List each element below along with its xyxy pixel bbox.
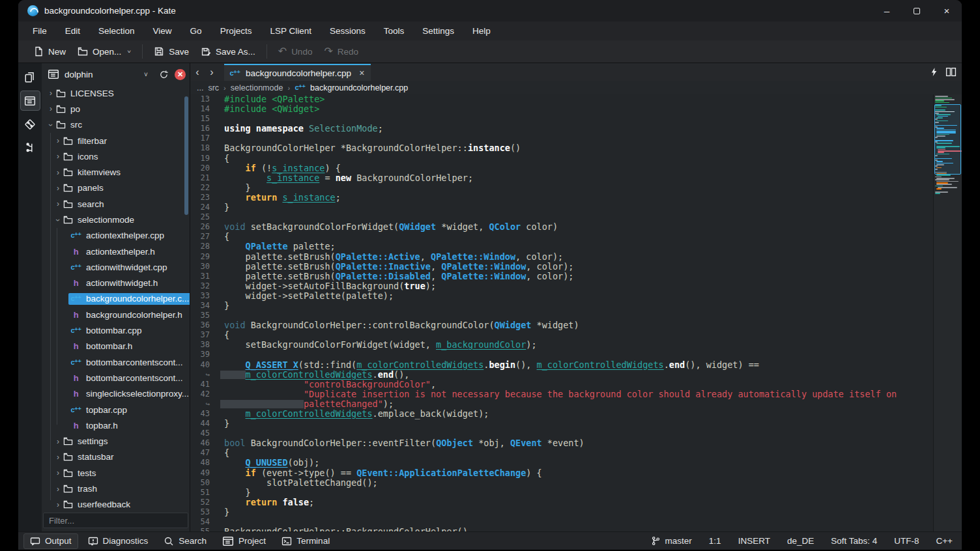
close-project-icon[interactable]: ✕ [175, 69, 186, 80]
menu-lsp-client[interactable]: LSP Client [261, 23, 321, 38]
tree-folder-userfeedback[interactable]: ›userfeedback [42, 497, 190, 513]
tree-file-bottombar-h[interactable]: hbottombar.h [42, 339, 190, 354]
split-view-icon[interactable] [945, 66, 957, 78]
chevron-collapsed-icon[interactable]: › [54, 485, 62, 494]
statusbar-field-insert[interactable]: INSERT [738, 536, 770, 546]
chevron-expanded-icon[interactable]: › [46, 121, 55, 129]
toolview-project-list-button[interactable] [20, 91, 40, 111]
tree-item-label: topbar.cpp [86, 405, 127, 415]
tree-file-topbar-cpp[interactable]: c⁺⁺topbar.cpp [42, 402, 190, 417]
statusbar-field-c++[interactable]: C++ [936, 536, 953, 546]
statusbar-field-1-1[interactable]: 1:1 [709, 536, 721, 546]
statusbar-field-de-de[interactable]: de_DE [787, 536, 814, 546]
tree-file-bottombarcontentscont-[interactable]: hbottombarcontentscont... [42, 370, 190, 386]
chevron-collapsed-icon[interactable]: › [47, 89, 55, 98]
tree-guide-line [57, 228, 57, 425]
tree-item-label: settings [78, 436, 108, 446]
menu-selection[interactable]: Selection [89, 23, 144, 38]
tree-folder-filterbar[interactable]: ›filterbar [42, 133, 190, 148]
minimize-button[interactable]: – [872, 0, 902, 21]
toolview-git-button[interactable] [20, 114, 40, 134]
statusbar-field-utf-8[interactable]: UTF-8 [894, 536, 919, 546]
chevron-collapsed-icon[interactable]: › [54, 184, 62, 193]
menu-view[interactable]: View [144, 23, 181, 38]
chevron-collapsed-icon[interactable]: › [54, 468, 62, 477]
tree-file-backgroundcolorhelper-c-[interactable]: c⁺⁺backgroundcolorhelper.c... [42, 291, 190, 307]
tab-backgroundcolorhelper[interactable]: c⁺⁺ backgroundcolorhelper.cpp × [224, 64, 371, 81]
menu-sessions[interactable]: Sessions [321, 23, 375, 38]
tree-file-actionwithwidget-h[interactable]: hactionwithwidget.h [42, 276, 190, 291]
menu-edit[interactable]: Edit [56, 23, 89, 38]
statusbar-toggle-output[interactable]: Output [23, 533, 78, 549]
breadcrumb-ellipsis[interactable]: ... [197, 83, 203, 92]
tree-folder-selectionmode[interactable]: ›selectionmode [42, 212, 190, 227]
tree-folder-po[interactable]: ›po [42, 101, 190, 117]
toolview-symbols-button[interactable] [20, 137, 40, 158]
breadcrumb-item-selectionmode[interactable]: selectionmode [231, 83, 283, 92]
tree-folder-settings[interactable]: ›settings [42, 434, 190, 449]
breadcrumb-item-file[interactable]: backgroundcolorhelper.cpp [310, 83, 408, 92]
statusbar-toggle-search[interactable]: Search [158, 534, 212, 548]
menu-tools[interactable]: Tools [375, 23, 414, 38]
tree-file-actionwithwidget-cpp[interactable]: c⁺⁺actionwithwidget.cpp [42, 259, 190, 275]
tree-folder-trash[interactable]: ›trash [42, 481, 190, 496]
statusbar-toggle-project[interactable]: Project [216, 533, 272, 549]
wrap-indent-box [220, 400, 304, 408]
nav-back-button[interactable]: ‹ [190, 64, 205, 80]
menu-help[interactable]: Help [463, 23, 500, 38]
chevron-collapsed-icon[interactable]: › [54, 199, 62, 208]
code-editor[interactable]: 13#include <QPalette>14#include <QWidget… [190, 94, 933, 531]
toolview-documents-button[interactable] [20, 67, 40, 87]
breadcrumb-item-src[interactable]: src [208, 83, 219, 92]
chevron-collapsed-icon[interactable]: › [54, 500, 62, 509]
statusbar-toggle-diagnostics[interactable]: Diagnostics [82, 534, 154, 548]
tree-folder-tests[interactable]: ›tests [42, 465, 190, 481]
tree-file-actiontexthelper-cpp[interactable]: c⁺⁺actiontexthelper.cpp [42, 228, 190, 244]
save-as-button[interactable]: Save As... [195, 43, 261, 60]
tree-selected-row[interactable]: c⁺⁺backgroundcolorhelper.c... [68, 293, 190, 305]
tree-folder-panels[interactable]: ›panels [42, 180, 190, 196]
tree-file-actiontexthelper-h[interactable]: hactiontexthelper.h [42, 244, 190, 259]
code-line: 52 return false; [190, 498, 933, 507]
menu-file[interactable]: File [23, 23, 56, 38]
statusbar-toggle-terminal[interactable]: Terminal [276, 534, 336, 548]
tree-file-topbar-h[interactable]: htopbar.h [42, 417, 190, 433]
chevron-expanded-icon[interactable]: › [53, 216, 63, 224]
menu-settings[interactable]: Settings [413, 23, 463, 38]
tree-file-singleclickselectionproxy-[interactable]: hsingleclickselectionproxy... [42, 386, 190, 402]
tree-folder-src[interactable]: ›src [42, 117, 190, 133]
tree-file-bottombarcontentscont-[interactable]: c⁺⁺bottombarcontentscont... [42, 354, 190, 370]
maximize-button[interactable] [902, 0, 932, 21]
menu-go[interactable]: Go [181, 23, 211, 38]
chevron-collapsed-icon[interactable]: › [54, 453, 62, 462]
close-button[interactable]: × [932, 0, 962, 21]
tree-scrollbar[interactable] [184, 96, 188, 215]
menu-projects[interactable]: Projects [211, 23, 261, 38]
project-chooser-chevron-icon[interactable]: ˅ [139, 68, 152, 81]
chevron-collapsed-icon[interactable]: › [54, 136, 62, 145]
tree-folder-icons[interactable]: ›icons [42, 148, 190, 164]
tree-file-bottombar-cpp[interactable]: c⁺⁺bottombar.cpp [42, 322, 190, 338]
new-button[interactable]: New [27, 43, 72, 60]
tab-close-icon[interactable]: × [359, 68, 364, 78]
minimap-scrollbar[interactable] [933, 94, 962, 531]
nav-forward-button[interactable]: › [205, 64, 219, 80]
minimap-viewport[interactable] [934, 104, 961, 175]
chevron-collapsed-icon[interactable]: › [54, 152, 62, 161]
tree-folder-search[interactable]: ›search [42, 196, 190, 212]
chevron-collapsed-icon[interactable]: › [47, 104, 55, 113]
tree-folder-kitemviews[interactable]: ›kitemviews [42, 164, 190, 180]
code-line: 24} [190, 203, 933, 212]
statusbar-field-master[interactable]: master [651, 536, 692, 546]
statusbar-field-soft-tabs-4[interactable]: Soft Tabs: 4 [831, 536, 877, 546]
open-button[interactable]: Open...˅ [72, 43, 137, 60]
save-button[interactable]: Save [148, 43, 195, 60]
chevron-collapsed-icon[interactable]: › [54, 437, 62, 446]
tree-file-backgroundcolorhelper-h[interactable]: hbackgroundcolorhelper.h [42, 307, 190, 322]
tree-folder-licenses[interactable]: ›LICENSES [42, 85, 190, 101]
tree-folder-statusbar[interactable]: ›statusbar [42, 449, 190, 465]
project-filter-input[interactable]: Filter... [43, 513, 188, 528]
quick-open-bolt-icon[interactable] [929, 67, 939, 77]
chevron-collapsed-icon[interactable]: › [54, 168, 62, 177]
refresh-icon[interactable] [157, 68, 170, 81]
